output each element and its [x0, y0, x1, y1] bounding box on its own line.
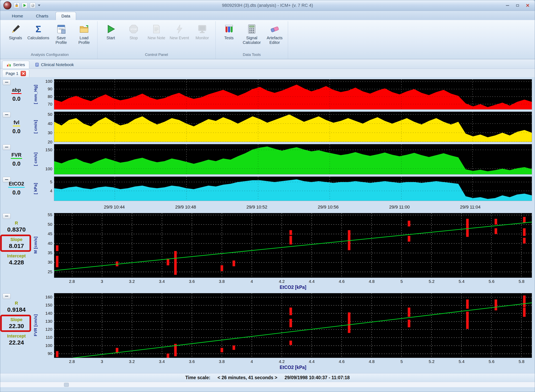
signal-name-fvr: FVR	[11, 152, 22, 159]
signal-value-fvr: 0.0	[1, 160, 32, 167]
calculator-icon	[246, 24, 257, 34]
group-data-tools: Tests Signal Calculator	[216, 21, 288, 59]
restore-button[interactable]	[514, 3, 521, 8]
signal-value-etco2: 0.0	[1, 189, 32, 196]
stop-icon: STOP	[128, 24, 139, 34]
record-icon	[31, 4, 34, 7]
signal-calculator-button[interactable]: Signal Calculator	[241, 22, 263, 47]
y-axis-ticks: 45	[39, 177, 54, 201]
intercept-label: Intercept	[1, 253, 32, 259]
chart-row-fvr: FVR 0.0 [ cm/s] 100150	[1, 144, 532, 174]
app-logo-icon[interactable]	[3, 1, 11, 9]
y-axis-ticks: 20304050	[39, 112, 54, 142]
time-range-value: 29/09/1998 10:40:37 - 11:07:18	[284, 375, 350, 380]
close-button[interactable]	[524, 3, 532, 8]
tab-series[interactable]: Series	[2, 61, 29, 69]
lock-button[interactable]	[14, 3, 19, 8]
signal-name-fvl: fvl	[13, 120, 20, 126]
y-unit-label: FVR [cm/s]	[33, 314, 38, 336]
abp-plot[interactable]	[54, 79, 532, 110]
collapse-chart-button[interactable]	[3, 213, 11, 219]
tab-home[interactable]: Home	[6, 12, 29, 20]
group-label: Data Tools	[218, 52, 286, 59]
collapse-chart-button[interactable]	[3, 112, 11, 118]
monitor-button: Monitor	[191, 22, 213, 42]
ribbon-tab-bar: Home Charts Data	[0, 11, 535, 20]
tab-page-1[interactable]: Page 1	[2, 70, 29, 77]
start-icon	[105, 24, 116, 34]
qat-dropdown-icon[interactable]	[38, 5, 40, 6]
regression-row-m-etco2: R 0.8370 Slope 8.017 Intercept 4.228 M […	[1, 213, 532, 291]
slope-value: 8.017	[2, 243, 31, 249]
icm-app-window: 9809293H (3).dts (analysis) - ICM+ (v. 7…	[0, 0, 535, 392]
chart-row-fvl: fvl 0.0 [ cm/s] 20304050	[1, 112, 532, 142]
titlebar: 9809293H (3).dts (analysis) - ICM+ (v. 7…	[0, 0, 535, 11]
test-tubes-icon	[224, 24, 234, 34]
signal-name-etco2: EtCO2	[8, 181, 25, 188]
charts-area: abp 0.0 [ mm_Hg] 708090100 fvl 0.0 [ cm/…	[0, 77, 535, 371]
tests-button[interactable]: Tests	[218, 22, 240, 42]
quick-record-button[interactable]	[30, 3, 35, 8]
time-scale-label: Time scale:	[185, 375, 210, 380]
event-icon	[174, 24, 185, 34]
m-etco2-scatter-plot[interactable]	[54, 213, 532, 278]
signal-value-fvl: 0.0	[1, 128, 32, 135]
bottom-strip	[0, 382, 535, 387]
quick-start-button[interactable]	[22, 3, 28, 8]
calculations-button[interactable]: Σ Calculations	[28, 22, 49, 42]
x-axis-ticks: 2.833.23.43.63.844.24.44.64.855.25.45.65…	[54, 358, 532, 365]
y-unit-label: [ mm_Hg]	[33, 85, 38, 104]
tab-data[interactable]: Data	[56, 12, 76, 20]
sigma-icon: Σ	[35, 24, 41, 34]
artefacts-editor-button[interactable]: Artefacts Editor	[264, 22, 286, 47]
save-profile-button[interactable]: Save Profile	[50, 22, 72, 47]
save-profile-icon	[56, 24, 67, 34]
r-value: 0.9184	[1, 306, 32, 313]
group-label: Analysis Configuration	[5, 52, 95, 59]
page-tab-bar: Page 1	[0, 69, 535, 77]
load-profile-icon	[79, 24, 90, 34]
pen-icon	[10, 24, 21, 34]
chart-row-abp: abp 0.0 [ mm_Hg] 708090100	[1, 79, 532, 110]
status-bar: Time scale: < 26 minutes, 41 seconds > 2…	[0, 373, 535, 382]
window-title: 9809293H (3).dts (analysis) - ICM+ (v. 7…	[0, 3, 535, 8]
collapse-chart-button[interactable]	[3, 79, 11, 85]
fvr-etco2-scatter-plot[interactable]	[54, 293, 532, 358]
fvl-plot[interactable]	[54, 112, 532, 142]
etco2-plot[interactable]	[54, 177, 532, 201]
regression-row-fvr-etco2: R 0.9184 Slope 22.30 Intercept 22.24 FVR…	[1, 293, 532, 371]
collapse-chart-button[interactable]	[3, 294, 11, 299]
start-button[interactable]: Start	[100, 22, 122, 42]
y-axis-ticks: 25303540455055	[39, 213, 54, 277]
slope-value: 22.30	[2, 323, 31, 330]
time-scale-value[interactable]: < 26 minutes, 41 seconds >	[218, 375, 277, 380]
restore-icon	[516, 5, 519, 7]
svg-text:STOP: STOP	[130, 28, 137, 31]
lock-icon	[15, 5, 18, 7]
note-icon	[151, 24, 162, 34]
stop-button: STOP Stop	[123, 22, 144, 42]
r-label: R	[1, 301, 32, 306]
minimize-button[interactable]	[503, 3, 511, 8]
y-axis-ticks: 708090100	[39, 79, 54, 110]
collapse-chart-button[interactable]	[3, 145, 11, 150]
time-axis: 29/9 10:4429/9 10:4829/9 10:5229/9 10:56…	[54, 203, 529, 212]
close-page-button[interactable]	[21, 71, 26, 76]
y-unit-label: [ kPa]	[33, 183, 38, 194]
tab-clinical-notebook[interactable]: Clinical Notebook	[30, 61, 78, 69]
monitor-icon	[197, 24, 208, 34]
window-controls	[503, 3, 532, 8]
y-unit-label: M [cm/s]	[33, 237, 38, 254]
y-axis-ticks: 100150	[39, 144, 54, 174]
y-unit-label: [ cm/s]	[33, 120, 38, 134]
signals-button[interactable]: Signals	[5, 22, 26, 42]
minimize-icon	[506, 5, 509, 6]
tab-charts[interactable]: Charts	[30, 12, 54, 20]
y-axis-ticks: 90100110120130140150160	[39, 293, 54, 358]
series-icon	[6, 62, 11, 67]
fvr-plot[interactable]	[54, 144, 532, 174]
notebook-icon	[34, 62, 39, 67]
load-profile-button[interactable]: Load Profile	[73, 22, 95, 47]
x-axis-label: EtCO2 [kPa]	[54, 365, 532, 371]
group-label: Control Panel	[100, 52, 213, 59]
